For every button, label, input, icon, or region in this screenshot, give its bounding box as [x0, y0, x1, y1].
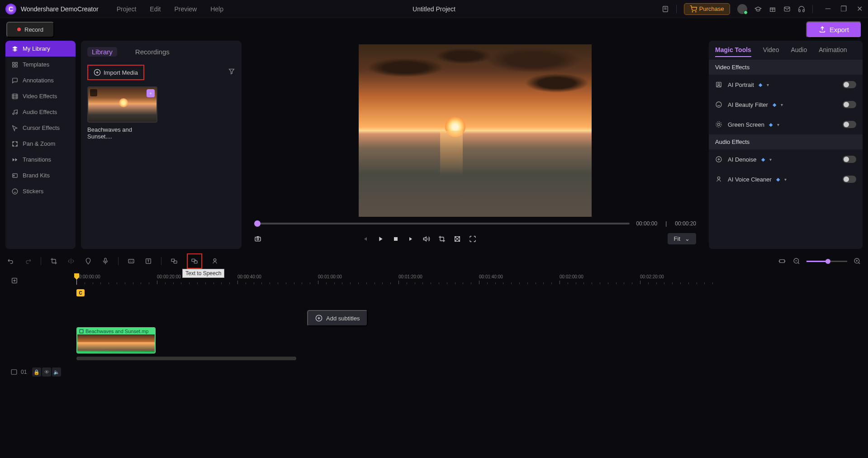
- prev-frame-icon[interactable]: [361, 235, 369, 243]
- scrollbar-thumb[interactable]: [76, 357, 296, 360]
- note-icon[interactable]: [662, 5, 669, 13]
- mic-icon[interactable]: [101, 257, 110, 266]
- caption-icon[interactable]: [127, 257, 136, 266]
- prop-ai-portrait[interactable]: AI Portrait ◆▾: [709, 75, 863, 95]
- export-button[interactable]: Export: [806, 21, 862, 38]
- prop-ai-beauty[interactable]: AI Beauty Filter ◆▾: [709, 95, 863, 114]
- portrait-icon: [715, 81, 723, 88]
- zoom-handle[interactable]: [825, 259, 830, 264]
- chevron-down-icon: ▾: [767, 82, 769, 87]
- preview-video[interactable]: [359, 44, 592, 217]
- sidebar-item-cursor-effects[interactable]: Cursor Effects: [5, 120, 76, 136]
- filter-icon[interactable]: [228, 68, 235, 77]
- menu-preview[interactable]: Preview: [174, 5, 197, 13]
- next-frame-icon[interactable]: [408, 235, 415, 243]
- tab-magic-tools[interactable]: Magic Tools: [715, 46, 751, 57]
- preview-scrub-track[interactable]: [254, 223, 630, 224]
- undo-icon[interactable]: [6, 257, 15, 266]
- chevron-down-icon: ▾: [769, 157, 772, 162]
- maximize-button[interactable]: ❐: [840, 5, 847, 13]
- snapshot-icon[interactable]: [254, 235, 261, 243]
- sidebar-item-pan-zoom[interactable]: Pan & Zoom: [5, 136, 76, 152]
- greenscreen-icon: [715, 121, 723, 128]
- menu-edit[interactable]: Edit: [150, 5, 161, 13]
- volume-icon[interactable]: [423, 235, 430, 243]
- sidebar-item-transitions[interactable]: Transitions: [5, 152, 76, 167]
- text-to-speech-button[interactable]: Text to Speech: [187, 253, 202, 269]
- sidebar-item-stickers[interactable]: Stickers: [5, 183, 76, 199]
- sidebar-item-my-library[interactable]: My Library: [5, 41, 76, 57]
- playhead[interactable]: [76, 273, 77, 285]
- sidebar-item-brand-kits[interactable]: Brand Kits: [5, 167, 76, 183]
- toggle-ai-portrait[interactable]: [843, 81, 856, 88]
- sidebar-item-audio-effects[interactable]: Audio Effects: [5, 104, 76, 120]
- redo-icon[interactable]: [24, 257, 33, 266]
- sidebar-item-annotations[interactable]: Annotations: [5, 72, 76, 88]
- tab-library[interactable]: Library: [87, 47, 117, 57]
- sidebar-item-video-effects[interactable]: Video Effects: [5, 88, 76, 104]
- tab-video[interactable]: Video: [763, 46, 779, 57]
- mail-icon[interactable]: [783, 5, 791, 13]
- prop-green-screen[interactable]: Green Screen ◆▾: [709, 114, 863, 134]
- add-track-button[interactable]: [11, 278, 18, 286]
- sidebar-label: Brand Kits: [23, 172, 50, 179]
- fit-dropdown[interactable]: Fit⌄: [668, 233, 696, 244]
- track-eye-icon[interactable]: 👁: [42, 367, 51, 377]
- tab-audio[interactable]: Audio: [791, 46, 807, 57]
- zoom-slider[interactable]: [806, 261, 847, 262]
- toggle-ai-beauty[interactable]: [843, 101, 856, 108]
- toggle-ai-denoise[interactable]: [843, 156, 856, 163]
- sidebar: My Library Templates Annotations Video E…: [5, 41, 76, 249]
- track-mute-icon[interactable]: 🔈: [52, 367, 61, 377]
- menu-project[interactable]: Project: [117, 5, 137, 13]
- graduation-icon[interactable]: [754, 5, 762, 13]
- play-icon[interactable]: [377, 235, 384, 243]
- grid-icon[interactable]: [454, 235, 461, 243]
- video-track[interactable]: Beachwaves and Sunset.mp: [76, 327, 862, 354]
- split-icon[interactable]: [66, 257, 76, 266]
- person-icon[interactable]: [210, 257, 219, 266]
- transition-icon: [12, 157, 18, 163]
- stt-icon[interactable]: [170, 257, 179, 266]
- import-media-button[interactable]: Import Media: [87, 65, 144, 80]
- voice-cleaner-icon: [715, 176, 723, 183]
- scrub-handle[interactable]: [254, 220, 261, 227]
- record-button[interactable]: Record: [6, 22, 54, 38]
- time-ruler[interactable]: 00:00:00:0000:00:20:0000:00:40:0000:01:0…: [76, 273, 862, 285]
- media-thumbnail[interactable]: ✦ Beachwaves and Sunset....: [87, 86, 157, 140]
- sidebar-item-templates[interactable]: Templates: [5, 57, 76, 72]
- zoom-out-icon[interactable]: [792, 257, 801, 266]
- minimize-button[interactable]: ─: [825, 5, 830, 13]
- zoom-in-icon[interactable]: [853, 257, 862, 266]
- thumbnail-image: ✦: [87, 86, 157, 123]
- track-labels: T 01 🔒 👁 🔈: [6, 273, 76, 381]
- prop-ai-voice-cleaner[interactable]: AI Voice Cleaner ◆▾: [709, 169, 863, 189]
- crop-icon[interactable]: [438, 235, 446, 243]
- stop-icon[interactable]: [392, 235, 399, 243]
- tab-animation[interactable]: Animation: [819, 46, 847, 57]
- add-subtitles-button[interactable]: Add subtitles: [307, 310, 368, 326]
- marker-icon[interactable]: [84, 257, 93, 266]
- fullscreen-icon[interactable]: [469, 235, 476, 243]
- purchase-button[interactable]: Purchase: [684, 3, 730, 15]
- zoom-fit-icon[interactable]: [778, 257, 787, 266]
- svg-point-23: [717, 123, 720, 125]
- video-clip[interactable]: Beachwaves and Sunset.mp: [76, 327, 156, 353]
- user-avatar[interactable]: [737, 4, 747, 14]
- toggle-ai-voice-cleaner[interactable]: [843, 176, 856, 183]
- toggle-green-screen[interactable]: [843, 121, 856, 128]
- gift-icon[interactable]: [769, 5, 776, 13]
- tracks-area[interactable]: 00:00:00:0000:00:20:0000:00:40:0000:01:0…: [76, 273, 862, 381]
- svg-rect-7: [13, 65, 14, 67]
- svg-point-14: [12, 189, 18, 194]
- prop-ai-denoise[interactable]: AI Denoise ◆▾: [709, 149, 863, 169]
- tab-recordings[interactable]: Recordings: [131, 47, 174, 57]
- menu-help[interactable]: Help: [210, 5, 223, 13]
- crop-tool-icon[interactable]: [49, 257, 58, 266]
- close-button[interactable]: ✕: [857, 5, 863, 13]
- text-icon[interactable]: [144, 257, 153, 266]
- timeline-scrollbar[interactable]: [76, 356, 862, 361]
- track-lock-icon[interactable]: 🔒: [32, 367, 41, 377]
- app-logo: C: [5, 4, 16, 14]
- headphones-icon[interactable]: [798, 5, 805, 13]
